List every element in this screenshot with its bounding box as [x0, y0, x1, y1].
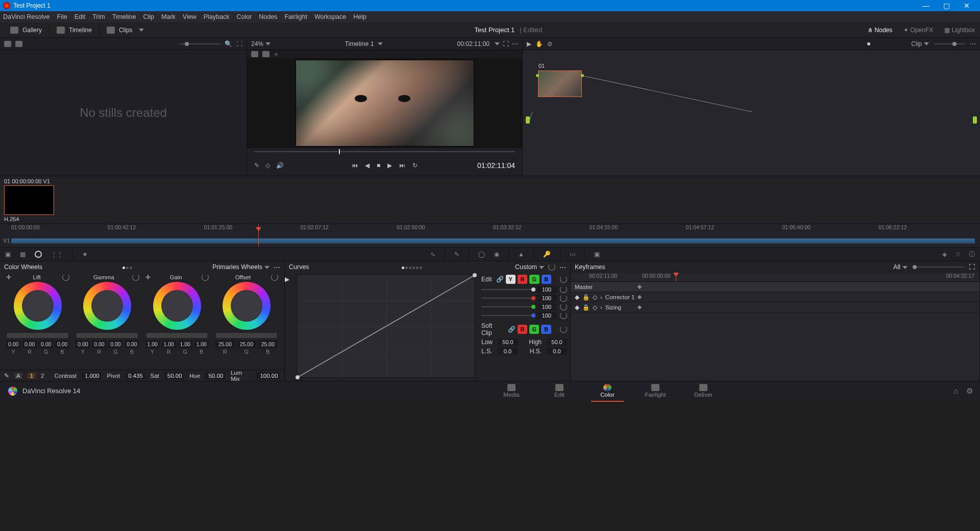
page-color[interactable]: Color [586, 383, 629, 399]
channel-r[interactable]: R [518, 275, 527, 284]
menu-item[interactable]: Workspace [314, 13, 346, 20]
menu-item[interactable]: Edit [75, 13, 86, 20]
page-dots[interactable] [122, 263, 133, 271]
lift-color-wheel[interactable] [14, 282, 62, 330]
channel-g[interactable]: G [529, 275, 539, 284]
close-button[interactable]: ✕ [957, 2, 977, 10]
curve-point[interactable] [473, 273, 477, 277]
low-value[interactable]: 50.0 [498, 339, 518, 346]
node-graph[interactable]: 01 [523, 50, 980, 176]
next-clip-button[interactable]: ⏭ [399, 162, 405, 169]
reset-icon[interactable] [62, 274, 69, 281]
menu-item[interactable]: Mark [161, 13, 176, 20]
home-button[interactable]: ⌂ [953, 387, 958, 396]
page-media[interactable]: Media [490, 383, 533, 399]
reset-icon[interactable] [560, 286, 567, 293]
keyframe-mode-icon[interactable]: ◈ [942, 251, 947, 258]
link-icon[interactable]: 🔗 [496, 276, 504, 283]
gamma-color-wheel[interactable] [83, 282, 131, 330]
page-deliver[interactable]: Deliver [682, 383, 725, 399]
clip-mode-dropdown[interactable]: Clip [911, 40, 929, 47]
contrast-value[interactable]: 1.000 [82, 372, 102, 379]
rgb-mixer-icon[interactable]: ⋮⋮ [51, 251, 63, 258]
options-icon[interactable]: ⋯ [970, 40, 976, 47]
channel-b[interactable]: B [542, 275, 551, 284]
openfx-toggle[interactable]: ✦ OpenFX [903, 27, 933, 34]
maximize-button[interactable]: ▢ [936, 2, 957, 10]
high-value[interactable]: 50.0 [547, 339, 567, 346]
offset-master-wheel[interactable] [216, 333, 277, 338]
lummix-value[interactable]: 100.00 [257, 372, 280, 379]
info-icon[interactable]: ⓘ [969, 250, 975, 259]
hs-value[interactable]: 0.0 [547, 348, 567, 355]
clip-thumbnail[interactable] [4, 185, 54, 215]
key-add-icon[interactable]: ◇ [593, 294, 597, 301]
disable-tool[interactable]: ⊘ [547, 40, 552, 47]
menu-item[interactable]: Help [353, 13, 366, 20]
reset-icon[interactable] [560, 276, 567, 283]
reset-icon[interactable] [560, 295, 567, 302]
sat-value[interactable]: 50.00 [164, 372, 185, 379]
kf-row[interactable]: ◆🔒◇›Corrector 1 [571, 292, 979, 302]
lock-icon[interactable]: 🔒 [582, 294, 590, 301]
scopes-icon[interactable]: ⎍ [956, 251, 960, 258]
menu-item[interactable]: Color [236, 13, 252, 20]
reset-icon[interactable] [548, 263, 555, 271]
blur-icon[interactable]: ▲ [518, 251, 524, 258]
ls-value[interactable]: 0.0 [497, 348, 518, 355]
channel-y[interactable]: Y [506, 275, 516, 284]
pivot-value[interactable]: 0.435 [125, 372, 145, 379]
reset-icon[interactable] [202, 274, 209, 281]
gallery-list-icon[interactable] [4, 41, 11, 47]
mini-timeline[interactable]: 01:00:00:00 01:00:42:12 01:01:25:00 01:0… [0, 224, 980, 247]
kf-master-row[interactable]: Master [571, 282, 979, 292]
intensity-b-slider[interactable] [481, 315, 533, 316]
sizing-icon[interactable]: ▭ [570, 251, 575, 258]
clip-item[interactable]: 01 00:00:00:00 V1 H.264 [4, 178, 54, 222]
picker-icon[interactable]: ✎ [254, 162, 259, 169]
val[interactable]: 0.00 [55, 340, 69, 348]
key-icon[interactable]: 🔑 [543, 251, 551, 258]
step-back-button[interactable]: ◀ [365, 162, 370, 169]
camera-raw-icon[interactable]: ▣ [5, 251, 11, 258]
picker-icon[interactable]: ✛ [6, 274, 11, 281]
value[interactable]: 100 [536, 303, 557, 310]
stop-button[interactable]: ■ [377, 162, 380, 169]
reset-icon[interactable] [560, 303, 567, 310]
zoom-dropdown[interactable]: 24% [251, 40, 271, 47]
awb-icon[interactable]: A [14, 373, 22, 379]
page-1[interactable]: 1 [28, 373, 36, 379]
node-input[interactable] [526, 116, 530, 124]
menu-item[interactable]: Playback [204, 13, 230, 20]
tracker-icon[interactable]: ◉ [494, 251, 499, 258]
val[interactable]: 0.00 [6, 340, 20, 348]
menu-item[interactable]: DaVinci Resolve [3, 13, 50, 20]
channel-r[interactable]: R [518, 325, 527, 334]
gallery-thumb-slider[interactable] [180, 43, 220, 44]
options-icon[interactable]: ⋯ [512, 40, 518, 47]
expand-icon[interactable]: ⛶ [969, 263, 975, 271]
node-01[interactable]: 01 [538, 70, 582, 97]
lightbox-toggle[interactable]: ▦ Lightbox [944, 27, 975, 34]
viewer-scrubber[interactable] [247, 148, 522, 155]
curves-icon[interactable]: ∿ [430, 251, 435, 258]
wheels-mode-dropdown[interactable]: Primaries Wheels [212, 263, 270, 271]
curve-expand-icon[interactable]: ▶ [285, 273, 292, 381]
pointer-tool[interactable]: ▶ [527, 40, 531, 47]
menu-item[interactable]: Nodes [259, 13, 277, 20]
split-icon[interactable] [262, 51, 270, 57]
menu-item[interactable]: Clip [143, 13, 155, 20]
color-match-icon[interactable]: ▦ [20, 251, 26, 258]
gain-master-wheel[interactable] [146, 333, 208, 338]
value[interactable]: 100 [536, 295, 557, 302]
mute-icon[interactable]: 🔊 [276, 162, 284, 169]
viewer-tc-in[interactable]: 00:02:11:00 [457, 40, 489, 47]
menu-item[interactable]: Timeline [112, 13, 136, 20]
intensity-y-slider[interactable] [481, 289, 533, 290]
unmix-icon[interactable]: ◇ [265, 162, 270, 169]
channel-g[interactable]: G [529, 325, 539, 334]
gamma-master-wheel[interactable] [77, 333, 138, 338]
timeline-name[interactable]: Timeline 1 [345, 40, 374, 47]
menu-item[interactable]: View [183, 13, 197, 20]
reset-icon[interactable] [271, 274, 278, 281]
